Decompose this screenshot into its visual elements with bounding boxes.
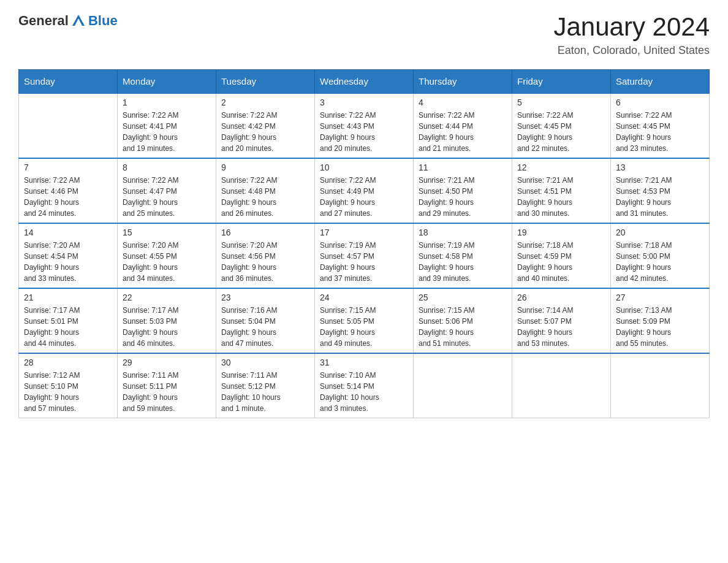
day-number: 1 xyxy=(123,98,211,107)
calendar-cell: 27Sunrise: 7:13 AMSunset: 5:09 PMDayligh… xyxy=(611,288,710,353)
calendar-cell xyxy=(19,93,118,158)
day-info: Sunrise: 7:20 AMSunset: 4:55 PMDaylight:… xyxy=(123,240,211,284)
day-info: Sunrise: 7:10 AMSunset: 5:14 PMDaylight:… xyxy=(320,370,408,414)
calendar-cell xyxy=(611,353,710,418)
calendar-cell: 17Sunrise: 7:19 AMSunset: 4:57 PMDayligh… xyxy=(315,223,414,288)
calendar-cell xyxy=(414,353,512,418)
day-number: 15 xyxy=(123,228,211,237)
calendar-cell: 19Sunrise: 7:18 AMSunset: 4:59 PMDayligh… xyxy=(512,223,611,288)
day-info: Sunrise: 7:18 AMSunset: 5:00 PMDaylight:… xyxy=(616,240,704,284)
week-row-5: 28Sunrise: 7:12 AMSunset: 5:10 PMDayligh… xyxy=(19,353,710,418)
calendar-table: SundayMondayTuesdayWednesdayThursdayFrid… xyxy=(18,69,710,418)
day-info: Sunrise: 7:21 AMSunset: 4:53 PMDaylight:… xyxy=(616,175,704,219)
day-number: 22 xyxy=(123,293,211,302)
day-header-wednesday: Wednesday xyxy=(315,70,414,94)
calendar-cell: 9Sunrise: 7:22 AMSunset: 4:48 PMDaylight… xyxy=(216,158,315,223)
calendar-cell: 14Sunrise: 7:20 AMSunset: 4:54 PMDayligh… xyxy=(19,223,118,288)
day-info: Sunrise: 7:22 AMSunset: 4:42 PMDaylight:… xyxy=(221,110,309,154)
day-number: 13 xyxy=(616,163,704,172)
calendar-cell: 3Sunrise: 7:22 AMSunset: 4:43 PMDaylight… xyxy=(315,93,414,158)
day-info: Sunrise: 7:20 AMSunset: 4:54 PMDaylight:… xyxy=(24,240,112,284)
week-row-3: 14Sunrise: 7:20 AMSunset: 4:54 PMDayligh… xyxy=(19,223,710,288)
day-info: Sunrise: 7:11 AMSunset: 5:12 PMDaylight:… xyxy=(221,370,309,414)
day-header-monday: Monday xyxy=(118,70,216,94)
day-info: Sunrise: 7:22 AMSunset: 4:43 PMDaylight:… xyxy=(320,110,408,154)
day-info: Sunrise: 7:15 AMSunset: 5:06 PMDaylight:… xyxy=(419,305,507,349)
calendar-cell: 22Sunrise: 7:17 AMSunset: 5:03 PMDayligh… xyxy=(118,288,216,353)
calendar-header-row: SundayMondayTuesdayWednesdayThursdayFrid… xyxy=(19,70,710,94)
calendar-cell: 2Sunrise: 7:22 AMSunset: 4:42 PMDaylight… xyxy=(216,93,315,158)
day-header-tuesday: Tuesday xyxy=(216,70,315,94)
day-number: 7 xyxy=(24,163,112,172)
day-number: 27 xyxy=(616,293,704,302)
day-info: Sunrise: 7:21 AMSunset: 4:50 PMDaylight:… xyxy=(419,175,507,219)
calendar-cell: 5Sunrise: 7:22 AMSunset: 4:45 PMDaylight… xyxy=(512,93,611,158)
calendar-cell: 23Sunrise: 7:16 AMSunset: 5:04 PMDayligh… xyxy=(216,288,315,353)
day-number: 14 xyxy=(24,228,112,237)
logo-general-text: General xyxy=(18,13,69,29)
day-info: Sunrise: 7:11 AMSunset: 5:11 PMDaylight:… xyxy=(123,370,211,414)
day-number: 5 xyxy=(517,98,605,107)
calendar-cell: 13Sunrise: 7:21 AMSunset: 4:53 PMDayligh… xyxy=(611,158,710,223)
logo: General Blue xyxy=(18,12,118,29)
day-header-saturday: Saturday xyxy=(611,70,710,94)
day-number: 21 xyxy=(24,293,112,302)
week-row-2: 7Sunrise: 7:22 AMSunset: 4:46 PMDaylight… xyxy=(19,158,710,223)
day-info: Sunrise: 7:17 AMSunset: 5:03 PMDaylight:… xyxy=(123,305,211,349)
day-number: 2 xyxy=(221,98,309,107)
calendar-cell: 26Sunrise: 7:14 AMSunset: 5:07 PMDayligh… xyxy=(512,288,611,353)
day-info: Sunrise: 7:22 AMSunset: 4:48 PMDaylight:… xyxy=(221,175,309,219)
calendar-cell xyxy=(512,353,611,418)
calendar-cell: 10Sunrise: 7:22 AMSunset: 4:49 PMDayligh… xyxy=(315,158,414,223)
day-number: 16 xyxy=(221,228,309,237)
calendar-cell: 16Sunrise: 7:20 AMSunset: 4:56 PMDayligh… xyxy=(216,223,315,288)
logo-icon xyxy=(70,12,87,29)
calendar-cell: 11Sunrise: 7:21 AMSunset: 4:50 PMDayligh… xyxy=(414,158,512,223)
day-info: Sunrise: 7:22 AMSunset: 4:44 PMDaylight:… xyxy=(419,110,507,154)
day-info: Sunrise: 7:21 AMSunset: 4:51 PMDaylight:… xyxy=(517,175,605,219)
day-number: 6 xyxy=(616,98,704,107)
calendar-cell: 12Sunrise: 7:21 AMSunset: 4:51 PMDayligh… xyxy=(512,158,611,223)
week-row-4: 21Sunrise: 7:17 AMSunset: 5:01 PMDayligh… xyxy=(19,288,710,353)
day-info: Sunrise: 7:19 AMSunset: 4:58 PMDaylight:… xyxy=(419,240,507,284)
day-header-sunday: Sunday xyxy=(19,70,118,94)
month-year-title: January 2024 xyxy=(553,12,710,42)
day-number: 18 xyxy=(419,228,507,237)
day-info: Sunrise: 7:22 AMSunset: 4:46 PMDaylight:… xyxy=(24,175,112,219)
day-number: 30 xyxy=(221,358,309,367)
day-header-friday: Friday xyxy=(512,70,611,94)
calendar-cell: 1Sunrise: 7:22 AMSunset: 4:41 PMDaylight… xyxy=(118,93,216,158)
day-number: 17 xyxy=(320,228,408,237)
day-info: Sunrise: 7:22 AMSunset: 4:49 PMDaylight:… xyxy=(320,175,408,219)
logo-blue-text: Blue xyxy=(88,13,118,29)
day-info: Sunrise: 7:16 AMSunset: 5:04 PMDaylight:… xyxy=(221,305,309,349)
day-info: Sunrise: 7:19 AMSunset: 4:57 PMDaylight:… xyxy=(320,240,408,284)
day-number: 23 xyxy=(221,293,309,302)
day-info: Sunrise: 7:18 AMSunset: 4:59 PMDaylight:… xyxy=(517,240,605,284)
day-info: Sunrise: 7:22 AMSunset: 4:45 PMDaylight:… xyxy=(616,110,704,154)
day-header-thursday: Thursday xyxy=(414,70,512,94)
day-number: 10 xyxy=(320,163,408,172)
day-info: Sunrise: 7:12 AMSunset: 5:10 PMDaylight:… xyxy=(24,370,112,414)
calendar-cell: 7Sunrise: 7:22 AMSunset: 4:46 PMDaylight… xyxy=(19,158,118,223)
day-number: 29 xyxy=(123,358,211,367)
day-number: 20 xyxy=(616,228,704,237)
day-number: 26 xyxy=(517,293,605,302)
day-number: 28 xyxy=(24,358,112,367)
day-number: 11 xyxy=(419,163,507,172)
calendar-cell: 15Sunrise: 7:20 AMSunset: 4:55 PMDayligh… xyxy=(118,223,216,288)
title-block: January 2024 Eaton, Colorado, United Sta… xyxy=(553,12,710,57)
calendar-cell: 21Sunrise: 7:17 AMSunset: 5:01 PMDayligh… xyxy=(19,288,118,353)
calendar-cell: 20Sunrise: 7:18 AMSunset: 5:00 PMDayligh… xyxy=(611,223,710,288)
day-info: Sunrise: 7:13 AMSunset: 5:09 PMDaylight:… xyxy=(616,305,704,349)
day-number: 19 xyxy=(517,228,605,237)
day-number: 31 xyxy=(320,358,408,367)
day-number: 24 xyxy=(320,293,408,302)
calendar-cell: 4Sunrise: 7:22 AMSunset: 4:44 PMDaylight… xyxy=(414,93,512,158)
day-number: 3 xyxy=(320,98,408,107)
location-subtitle: Eaton, Colorado, United States xyxy=(553,44,710,57)
day-number: 4 xyxy=(419,98,507,107)
day-info: Sunrise: 7:22 AMSunset: 4:45 PMDaylight:… xyxy=(517,110,605,154)
calendar-cell: 6Sunrise: 7:22 AMSunset: 4:45 PMDaylight… xyxy=(611,93,710,158)
day-number: 8 xyxy=(123,163,211,172)
